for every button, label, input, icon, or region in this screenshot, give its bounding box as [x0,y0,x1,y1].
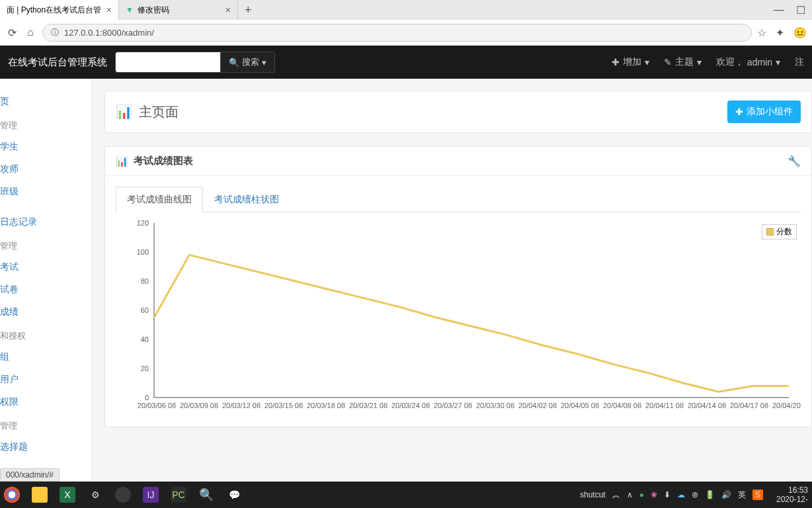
tray-icon[interactable]: ⬇ [664,490,670,499]
battery-icon[interactable]: 🔋 [705,490,715,499]
svg-text:20/03/27 08: 20/03/27 08 [434,402,472,409]
sidebar-item[interactable]: 组 [0,346,92,368]
sidebar-heading: 管理 [0,233,92,256]
ime-indicator[interactable]: 英 [738,489,746,501]
browser-chrome: 面 | Python在线考试后台管 × ▼ 修改密码 × + — ☐ ⟳ ⌂ ⓘ… [0,0,812,46]
chrome-icon[interactable] [4,487,20,503]
svg-text:20/04/05 08: 20/04/05 08 [561,402,599,409]
chart-tabs: 考试成绩曲线图 考试成绩柱状图 [116,187,801,212]
tab-bar: 面 | Python在线考试后台管 × ▼ 修改密码 × + — ☐ [0,0,812,20]
svg-text:100: 100 [137,248,149,256]
sidebar-item[interactable]: 攻师 [0,158,92,181]
windows-taskbar: X ⚙ IJ PC 🔍 💬 shutcut ︽ ∧ ● ❀ ⬇ ☁ ⊚ 🔋 🔊 … [0,482,812,508]
search-input[interactable] [115,52,221,73]
sidebar-item[interactable]: 日志记录 [0,211,92,233]
brand-title: 在线考试后台管理系统 [8,56,107,69]
sidebar-item[interactable]: 用户 [0,368,92,391]
tray-icon[interactable]: ❀ [651,490,657,499]
search-button[interactable]: 🔍 搜索 ▾ [221,52,275,73]
vue-icon: ▼ [126,5,134,15]
add-widget-button[interactable]: ✚ 添加小组件 [727,101,801,123]
intellij-icon[interactable]: IJ [143,487,159,503]
pycharm-icon[interactable]: PC [171,487,186,503]
home-icon[interactable]: ⌂ [24,26,37,38]
svg-text:20/03/21 08: 20/03/21 08 [349,402,387,409]
close-icon[interactable]: × [225,5,231,15]
svg-text:20: 20 [141,364,149,372]
sidebar-item[interactable]: 选择题 [0,436,92,458]
wrench-icon[interactable]: 🔧 [788,155,801,167]
profile-icon[interactable]: 😐 [793,26,807,39]
plus-icon: ✚ [612,57,620,67]
maximize-icon[interactable]: ☐ [796,4,805,17]
search-icon: 🔍 [229,58,239,67]
chevron-up-icon[interactable]: ︽ [612,489,620,501]
wand-icon: ✎ [664,57,672,67]
logout-link[interactable]: 注 [795,56,804,68]
info-icon: ⓘ [51,27,59,38]
browser-tab-active[interactable]: 面 | Python在线考试后台管 × [0,0,119,20]
svg-text:20/04/17 08: 20/04/17 08 [730,402,768,409]
tray-icon[interactable]: ● [639,490,644,499]
wechat-icon[interactable]: 💬 [226,487,242,503]
plus-icon: ✚ [735,106,743,117]
close-icon[interactable]: × [106,5,112,15]
tab-title: 面 | Python在线考试后台管 [7,5,101,16]
tab-title: 修改密码 [138,5,169,16]
chart-legend[interactable]: 分数 [762,224,797,239]
page-title: 📊 主页面 [116,103,179,121]
svg-text:20/03/06 08: 20/03/06 08 [138,402,176,409]
svg-text:20/04/20 08: 20/04/20 08 [772,402,801,409]
svg-text:20/03/30 08: 20/03/30 08 [476,402,514,409]
sidebar-item[interactable]: 页 [0,91,92,113]
sidebar-item[interactable]: 成绩 [0,301,92,323]
volume-icon[interactable]: 🔊 [721,490,731,499]
add-menu[interactable]: ✚ 增加 ▾ [612,56,649,68]
explorer-icon[interactable] [32,487,48,503]
sidebar-item[interactable]: 学生 [0,136,92,158]
sidebar-item[interactable]: 班级 [0,181,92,203]
tab-bar-chart[interactable]: 考试成绩柱状图 [203,187,290,212]
url-text: 127.0.0.1:8000/xadmin/ [64,28,154,38]
minimize-icon[interactable]: — [774,4,784,17]
new-tab-button[interactable]: + [238,3,259,17]
svg-text:20/03/18 08: 20/03/18 08 [307,402,345,409]
user-menu[interactable]: 欢迎， admin ▾ [716,56,780,68]
sidebar-item[interactable]: 考试 [0,256,92,278]
theme-menu[interactable]: ✎ 主题 ▾ [664,56,702,68]
extension-icon[interactable]: ✦ [776,26,784,39]
chevron-down-icon: ▾ [262,58,266,67]
excel-icon[interactable]: X [60,487,75,503]
reload-icon[interactable]: ⟳ [5,26,19,39]
sidebar-heading: 管理 [0,113,92,136]
star-icon[interactable]: ☆ [757,26,766,39]
bar-chart-icon: 📊 [116,155,128,167]
time: 16:53 [776,486,808,495]
chevron-down-icon: ▾ [776,57,780,67]
svg-text:0: 0 [145,394,149,402]
sidebar-item[interactable]: 权限 [0,391,92,413]
tray-icon[interactable]: ∧ [627,490,633,499]
browser-tab[interactable]: ▼ 修改密码 × [119,0,238,20]
app-navbar: 在线考试后台管理系统 🔍 搜索 ▾ ✚ 增加 ▾ ✎ 主题 ▾ 欢迎， admi… [0,46,812,79]
window-controls: — ☐ [774,4,812,17]
wifi-icon[interactable]: ⊚ [692,490,698,499]
sidebar-item[interactable]: 试卷 [0,278,92,301]
legend-swatch [766,228,774,235]
system-tray: shutcut ︽ ∧ ● ❀ ⬇ ☁ ⊚ 🔋 🔊 英 S 16:53 2020… [580,486,808,505]
tray-icon[interactable]: ☁ [677,490,685,499]
clock[interactable]: 16:53 2020-12- [776,486,808,505]
app-icon[interactable] [115,487,131,503]
settings-icon[interactable]: ⚙ [87,487,103,503]
url-input[interactable]: ⓘ 127.0.0.1:8000/xadmin/ [42,24,752,42]
svg-text:60: 60 [141,306,149,314]
svg-text:80: 80 [141,277,149,285]
sogou-icon[interactable]: S [752,489,763,500]
search-group: 🔍 搜索 ▾ [115,52,275,73]
tray-label[interactable]: shutcut [580,490,606,499]
page-header: 📊 主页面 ✚ 添加小组件 [104,91,812,133]
search-icon[interactable]: 🔍 [198,487,214,503]
tab-line-chart[interactable]: 考试成绩曲线图 [116,187,203,212]
svg-text:20/03/09 08: 20/03/09 08 [180,402,218,409]
status-bar-hover: 000/xadmin/# [0,468,60,482]
